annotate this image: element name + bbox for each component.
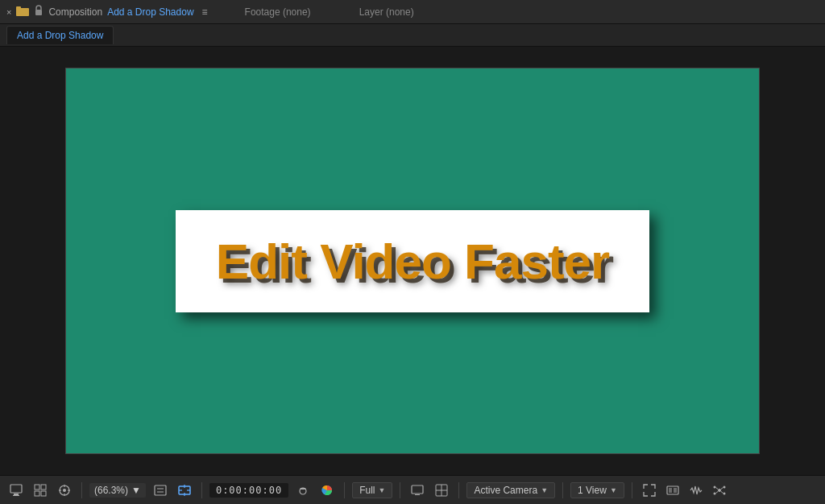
divider-7 — [632, 482, 632, 498]
divider-5 — [458, 482, 459, 498]
expand-icon[interactable] — [640, 482, 659, 498]
svg-line-40 — [721, 487, 723, 489]
view-count-value: 1 View — [578, 485, 607, 496]
svg-point-37 — [713, 492, 715, 494]
comp-tab[interactable]: Add a Drop Shadow — [6, 26, 114, 44]
timecode-display[interactable]: 0:00:00:00 — [209, 483, 288, 498]
target-icon[interactable] — [55, 482, 74, 498]
lock-icon — [34, 5, 44, 19]
svg-rect-26 — [412, 485, 423, 494]
render-icon[interactable] — [663, 482, 682, 498]
svg-rect-1 — [16, 6, 21, 10]
layer-tab[interactable]: Layer (none) — [359, 6, 414, 18]
title-bar-tabs: Footage (none) Layer (none) — [245, 6, 414, 18]
composition-label: Composition — [48, 6, 102, 18]
camera-chevron: ▼ — [541, 486, 548, 494]
divider-3 — [344, 482, 345, 498]
svg-point-11 — [63, 489, 66, 492]
main-text: Edit Video Faster — [216, 233, 609, 289]
svg-rect-2 — [35, 10, 42, 15]
grid-view-icon[interactable] — [432, 482, 451, 498]
svg-rect-5 — [13, 495, 19, 496]
crosshair-icon[interactable] — [175, 482, 194, 498]
monitor2-icon[interactable] — [408, 482, 427, 498]
quality-value: Full — [359, 485, 375, 496]
grid-icon[interactable] — [31, 482, 50, 498]
svg-rect-33 — [674, 488, 677, 493]
svg-point-36 — [723, 485, 725, 488]
active-camera-dropdown[interactable]: Active Camera ▼ — [466, 482, 555, 498]
svg-line-42 — [721, 491, 723, 493]
divider-1 — [81, 482, 82, 498]
menu-icon[interactable]: ≡ — [202, 6, 208, 18]
view-count-dropdown[interactable]: 1 View ▼ — [570, 482, 624, 498]
composition-preview: Edit Video Faster — [65, 68, 760, 454]
svg-point-35 — [713, 485, 715, 488]
divider-2 — [201, 482, 202, 498]
footage-tab[interactable]: Footage (none) — [245, 6, 311, 18]
svg-line-39 — [715, 487, 718, 489]
main-canvas: Edit Video Faster — [0, 47, 825, 475]
title-bar: × Composition Add a Drop Shadow ≡ Footag… — [0, 0, 825, 24]
quality-dropdown[interactable]: Full ▼ — [352, 482, 392, 498]
svg-rect-16 — [155, 485, 166, 495]
active-camera-value: Active Camera — [474, 485, 537, 496]
composition-name[interactable]: Add a Drop Shadow — [107, 6, 193, 18]
transfer-icon[interactable] — [151, 482, 170, 498]
svg-rect-8 — [35, 491, 39, 496]
monitor-icon[interactable] — [6, 482, 26, 498]
svg-point-38 — [723, 492, 725, 494]
bottom-toolbar: (66.3%) ▼ 0:00:00:00 — [0, 475, 825, 504]
waveform-icon[interactable] — [686, 482, 706, 498]
svg-rect-9 — [41, 491, 46, 496]
svg-rect-6 — [35, 485, 39, 490]
toolbar-right — [640, 482, 729, 498]
svg-line-41 — [715, 491, 718, 493]
folder-icon — [16, 5, 29, 19]
svg-rect-4 — [14, 494, 19, 495]
svg-rect-27 — [415, 494, 420, 495]
zoom-value: (66.3%) — [94, 485, 128, 496]
svg-point-34 — [718, 489, 721, 492]
comp-tab-bar: Add a Drop Shadow — [0, 24, 825, 47]
svg-rect-7 — [41, 485, 46, 490]
view-chevron: ▼ — [610, 486, 617, 494]
svg-rect-3 — [10, 485, 22, 493]
snapshot-icon[interactable] — [293, 482, 313, 498]
network-icon[interactable] — [710, 482, 729, 498]
color-wheel-icon[interactable] — [317, 482, 337, 498]
svg-rect-32 — [669, 488, 672, 493]
divider-4 — [400, 482, 400, 498]
quality-chevron: ▼ — [379, 486, 386, 494]
zoom-dropdown[interactable]: (66.3%) ▼ — [89, 483, 146, 498]
divider-6 — [562, 482, 563, 498]
text-box: Edit Video Faster — [176, 210, 649, 312]
close-button[interactable]: × — [6, 7, 11, 17]
zoom-chevron: ▼ — [131, 485, 141, 496]
